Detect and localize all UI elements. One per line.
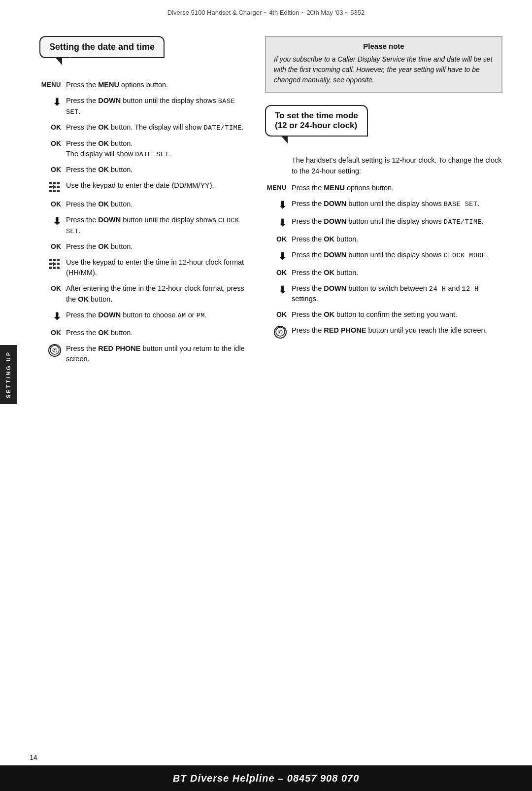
left-step-8-text: Press the DOWN button until the display … [66,215,251,236]
svg-rect-7 [53,190,56,192]
left-step-list: MENU Press the MENU options button. ⬇ Pr… [39,80,251,364]
svg-rect-0 [49,182,52,184]
left-step-12: ⬇ Press the DOWN button to choose AM or … [39,310,251,322]
keypad-icon-1 [48,181,61,194]
keypad-icon-2 [48,258,61,271]
please-note-title: Please note [274,42,494,50]
left-step-2-text: Press the DOWN button until the display … [66,96,251,117]
svg-text:✆: ✆ [52,347,57,354]
left-step-11-text: After entering the time in the 12-hour c… [66,283,251,304]
left-step-12-text: Press the DOWN button to choose AM or PM… [66,310,207,321]
left-step-10: Use the keypad to enter the time in 12-h… [39,257,251,278]
sidebar-tab: SETTING UP [0,345,17,404]
please-note-text: If you subscribe to a Caller Display Ser… [274,54,494,85]
left-step-3-label: OK [39,123,61,131]
left-step-13-text: Press the OK button. [66,328,133,338]
page-footer: BT Diverse Helpline – 08457 908 070 [0,765,532,791]
page-content: Setting the date and time MENU Press the… [0,21,532,379]
right-step-2-text: Press the DOWN button until the display … [292,199,480,209]
red-phone-icon-1: ✆ [48,344,61,357]
right-step-9: ✆ Press the RED PHONE button until you r… [265,325,502,339]
right-step-list: MENU Press the MENU options button. ⬇ Pr… [265,183,502,339]
time-mode-title: To set the time mode(12 or 24-hour clock… [275,111,358,130]
left-step-10-text: Use the keypad to enter the time in 12-h… [66,257,251,278]
right-step-7-text: Press the DOWN button to switch between … [292,283,502,305]
left-step-3-text: Press the OK button. The display will sh… [66,122,244,133]
svg-rect-16 [49,267,52,269]
left-step-14: ✆ Press the RED PHONE button until you r… [39,344,251,364]
left-step-5: OK Press the OK button. [39,165,251,175]
svg-rect-11 [53,259,56,261]
left-step-5-text: Press the OK button. [66,165,133,175]
right-step-8-label: OK [265,310,287,318]
right-step-1: MENU Press the MENU options button. [265,183,502,193]
right-step-2: ⬇ Press the DOWN button until the displa… [265,199,502,211]
page-number: 14 [30,754,37,761]
left-step-1-label: MENU [39,80,61,88]
left-step-9: OK Press the OK button. [39,241,251,252]
left-step-13-label: OK [39,328,61,337]
left-step-4-text: Press the OK button.The display will sho… [66,138,171,160]
right-step-4-label: OK [265,235,287,243]
right-step-9-text: Press the RED PHONE button until you rea… [292,325,487,336]
right-step-7: ⬇ Press the DOWN button to switch betwee… [265,283,502,305]
right-step-4-text: Press the OK button. [292,234,358,244]
left-step-4: OK Press the OK button.The display will … [39,138,251,160]
svg-rect-8 [57,190,60,192]
right-step-6-label: OK [265,268,287,276]
left-step-1: MENU Press the MENU options button. [39,80,251,90]
right-step-1-label: MENU [265,183,287,191]
left-step-11: OK After entering the time in the 12-hou… [39,283,251,304]
right-step-3: ⬇ Press the DOWN button until the displa… [265,216,502,229]
svg-rect-3 [49,186,52,188]
svg-rect-15 [57,263,60,265]
svg-rect-2 [57,182,60,184]
red-phone-icon-2: ✆ [274,326,287,339]
left-step-7-text: Press the OK button. [66,199,133,209]
svg-rect-5 [57,186,60,188]
down-arrow-icon-r4: ⬇ [278,284,287,296]
down-arrow-icon-r2: ⬇ [278,217,287,229]
right-step-8-text: Press the OK button to confirm the setti… [292,310,457,320]
left-step-9-label: OK [39,242,61,250]
left-section-title-box: Setting the date and time [39,36,165,58]
left-step-7-label: OK [39,200,61,208]
right-step-4: OK Press the OK button. [265,234,502,244]
footer-text: BT Diverse Helpline – 08457 908 070 [173,773,360,784]
sidebar-tab-label: SETTING UP [5,351,11,398]
left-step-14-text: Press the RED PHONE button until you ret… [66,344,251,364]
right-step-6-text: Press the OK button. [292,268,358,278]
left-step-6: Use the keypad to enter the date (DD/MM/… [39,180,251,194]
time-mode-intro: The handset's default setting is 12-hour… [265,155,502,177]
svg-rect-12 [57,259,60,261]
please-note-box: Please note If you subscribe to a Caller… [265,36,502,93]
right-step-1-text: Press the MENU options button. [292,183,394,193]
left-step-8: ⬇ Press the DOWN button until the displa… [39,215,251,236]
down-arrow-icon-r1: ⬇ [278,199,287,211]
left-step-6-text: Use the keypad to enter the date (DD/MM/… [66,180,214,191]
svg-rect-6 [49,190,52,192]
down-arrow-icon-3: ⬇ [53,310,61,322]
header-text: Diverse 5100 Handset & Charger ~ 4th Edi… [167,9,365,16]
right-step-5-text: Press the DOWN button until the display … [292,250,488,261]
right-column: Please note If you subscribe to a Caller… [265,36,502,370]
right-step-3-text: Press the DOWN button until the display … [292,216,484,227]
right-step-6: OK Press the OK button. [265,268,502,278]
right-step-8: OK Press the OK button to confirm the se… [265,310,502,320]
time-mode-title-box: To set the time mode(12 or 24-hour clock… [265,105,368,137]
left-step-4-label: OK [39,139,61,147]
left-step-7: OK Press the OK button. [39,199,251,209]
left-step-13: OK Press the OK button. [39,328,251,338]
right-step-5: ⬇ Press the DOWN button until the displa… [265,250,502,262]
left-column: Setting the date and time MENU Press the… [39,36,251,370]
svg-rect-1 [53,182,56,184]
left-section-title: Setting the date and time [49,42,155,52]
left-step-3: OK Press the OK button. The display will… [39,122,251,133]
left-step-5-label: OK [39,165,61,173]
down-arrow-icon-2: ⬇ [53,215,61,227]
svg-rect-18 [57,267,60,269]
left-step-1-text: Press the MENU options button. [66,80,168,90]
svg-text:✆: ✆ [278,329,283,336]
left-step-9-text: Press the OK button. [66,241,133,252]
svg-rect-10 [49,259,52,261]
